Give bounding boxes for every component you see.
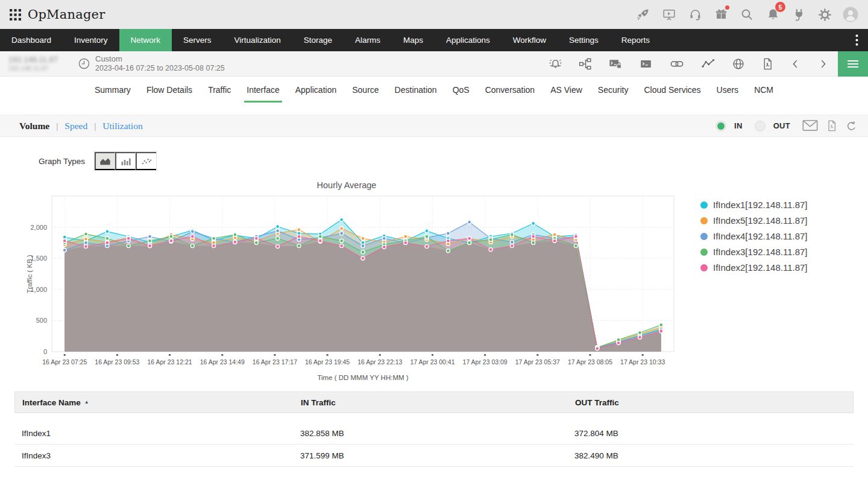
radio-dot — [717, 122, 725, 130]
legend-item[interactable]: IfIndex3[192.148.11.87] — [700, 247, 808, 257]
legend-dot — [700, 217, 708, 224]
topbar: OpManager 5 — [0, 0, 868, 29]
terminal-icon[interactable] — [639, 57, 653, 71]
notifications-bell-icon[interactable]: 5 — [765, 7, 781, 22]
chevron-left-icon[interactable] — [790, 57, 801, 71]
interface-traffic-table: Interface Name▲IN TrafficOUT Traffic IfI… — [14, 391, 854, 467]
graph-type-buttons — [94, 151, 157, 171]
nav-item-dashboard[interactable]: Dashboard — [0, 29, 63, 51]
hamburger-menu-icon[interactable] — [838, 51, 868, 77]
tab-flow-details[interactable]: Flow Details — [139, 77, 200, 103]
web-globe-icon[interactable] — [732, 57, 745, 71]
device-name-blurred: 192.148.11.87 192.148.11.87 — [0, 55, 74, 72]
tab-ncm[interactable]: NCM — [746, 77, 781, 103]
tab-destination[interactable]: Destination — [387, 77, 445, 103]
tab-cloud-services[interactable]: Cloud Services — [636, 77, 708, 103]
tab-qos[interactable]: QoS — [445, 77, 477, 103]
view-switcher: Volume|Speed|Utilization — [11, 121, 143, 131]
clock-icon — [78, 58, 90, 69]
table-row[interactable]: IfIndex3371.599 MB382.490 MB — [14, 445, 854, 467]
tab-conversation[interactable]: Conversation — [477, 77, 543, 103]
notification-badge: 5 — [775, 2, 785, 12]
tab-interface[interactable]: Interface — [239, 77, 287, 103]
view-separator: | — [94, 121, 96, 131]
pdf-report-icon[interactable] — [761, 57, 774, 71]
scatter-chart-icon[interactable] — [136, 152, 156, 170]
nav-item-virtualization[interactable]: Virtualization — [223, 29, 292, 51]
secure-terminal-icon[interactable] — [608, 57, 623, 71]
table-body: IfIndex1382.858 MB372.804 MBIfIndex3371.… — [14, 422, 854, 467]
tab-users[interactable]: Users — [709, 77, 747, 103]
tab-traffic[interactable]: Traffic — [200, 77, 239, 103]
report-toolbar: Volume|Speed|Utilization INOUT — [0, 115, 868, 137]
time-period-selector[interactable]: Custom 2023-04-16 07:25 to 2023-05-08 07… — [78, 54, 225, 74]
view-speed[interactable]: Speed — [64, 121, 87, 131]
radio-out[interactable] — [755, 121, 766, 131]
nav-item-maps[interactable]: Maps — [392, 29, 435, 51]
column-header-out-traffic[interactable]: OUT Traffic — [568, 398, 853, 407]
svg-text:16 Apr 23 19:45: 16 Apr 23 19:45 — [305, 358, 350, 366]
view-volume[interactable]: Volume — [19, 121, 49, 131]
nav-item-servers[interactable]: Servers — [172, 29, 223, 51]
svg-text:16 Apr 23 17:17: 16 Apr 23 17:17 — [253, 358, 297, 366]
period-label: Custom — [95, 54, 225, 64]
nav-item-network[interactable]: Network — [119, 29, 172, 51]
toolbar-right: INOUT — [715, 119, 857, 132]
column-header-interface-name[interactable]: Interface Name▲ — [15, 398, 294, 407]
column-header-in-traffic[interactable]: IN Traffic — [294, 398, 568, 407]
search-icon[interactable] — [739, 7, 755, 22]
nav-item-applications[interactable]: Applications — [435, 29, 502, 51]
svg-text:16 Apr 23 12:21: 16 Apr 23 12:21 — [147, 358, 192, 366]
svg-text:17 Apr 23 05:37: 17 Apr 23 05:37 — [515, 358, 560, 366]
legend-item[interactable]: IfIndex5[192.148.11.87] — [700, 215, 808, 226]
tab-application[interactable]: Application — [288, 77, 345, 103]
app-grid-icon[interactable] — [10, 9, 21, 21]
legend-item[interactable]: IfIndex2[192.148.11.87] — [700, 262, 808, 273]
chevron-right-icon[interactable] — [817, 57, 828, 71]
view-utilization[interactable]: Utilization — [102, 121, 142, 131]
nav-item-inventory[interactable]: Inventory — [63, 29, 119, 51]
area-chart-icon[interactable] — [95, 152, 115, 170]
tab-summary[interactable]: Summary — [87, 77, 139, 103]
performance-graph-icon[interactable] — [701, 57, 715, 71]
radio-in[interactable] — [715, 121, 726, 131]
nav-item-alarms[interactable]: Alarms — [344, 29, 392, 51]
tab-security[interactable]: Security — [590, 77, 637, 103]
bar-chart-icon[interactable] — [115, 152, 136, 170]
traffic-area-chart: 05001,0001,5002,00016 Apr 23 07:2516 Apr… — [24, 190, 694, 384]
support-headset-icon[interactable] — [687, 7, 703, 22]
table-cell: 371.599 MB — [293, 451, 567, 460]
user-avatar[interactable] — [843, 7, 858, 22]
kebab-menu-icon[interactable] — [845, 29, 868, 51]
tab-source[interactable]: Source — [344, 77, 386, 103]
alarm-notification-icon[interactable] — [549, 57, 562, 71]
whats-new-gift-icon[interactable] — [713, 7, 729, 22]
table-row[interactable]: IfIndex1382.858 MB372.804 MB — [14, 422, 854, 445]
discovery-topology-icon[interactable] — [579, 57, 592, 71]
rocket-icon[interactable] — [635, 7, 651, 22]
svg-text:Time ( DD MMM YY HH:MM ): Time ( DD MMM YY HH:MM ) — [317, 374, 408, 381]
svg-text:17 Apr 23 00:41: 17 Apr 23 00:41 — [410, 358, 454, 366]
table-cell: IfIndex1 — [14, 429, 293, 438]
legend-item[interactable]: IfIndex4[192.148.11.87] — [700, 231, 808, 241]
svg-text:16 Apr 23 07:25: 16 Apr 23 07:25 — [42, 358, 87, 366]
email-icon[interactable] — [802, 119, 818, 132]
svg-text:16 Apr 23 09:53: 16 Apr 23 09:53 — [95, 358, 139, 366]
graph-types-label: Graph Types — [39, 157, 85, 166]
settings-gear-icon[interactable] — [817, 7, 832, 22]
integrations-plug-icon[interactable] — [791, 7, 807, 22]
nav-item-storage[interactable]: Storage — [292, 29, 344, 51]
nav-item-workflow[interactable]: Workflow — [502, 29, 558, 51]
reload-icon[interactable] — [846, 120, 857, 132]
table-cell: IfIndex3 — [14, 451, 293, 460]
nav-item-reports[interactable]: Reports — [610, 29, 661, 51]
pdf-icon[interactable] — [826, 119, 838, 132]
legend-item[interactable]: IfIndex1[192.148.11.87] — [700, 200, 808, 210]
tab-as-view[interactable]: AS View — [542, 77, 590, 103]
svg-text:500: 500 — [36, 317, 47, 324]
demo-video-icon[interactable] — [661, 7, 677, 22]
interface-link-icon[interactable] — [669, 57, 685, 71]
legend-dot — [700, 201, 708, 209]
legend-dot — [700, 249, 708, 256]
nav-item-settings[interactable]: Settings — [558, 29, 610, 51]
